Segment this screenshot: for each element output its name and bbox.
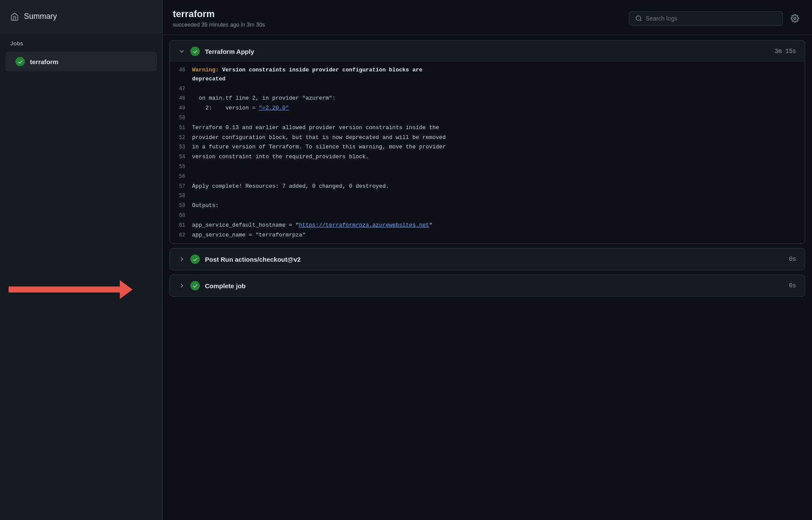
chevron-right-icon	[178, 282, 185, 289]
line-number: 50	[175, 114, 192, 122]
log-line: 53 in a future version of Terraform. To …	[170, 142, 805, 152]
log-section-post-run: Post Run actions/checkout@v2 0s	[169, 248, 805, 270]
log-line: 61 app_service_default_hostname = "https…	[170, 221, 805, 230]
line-number: 48	[175, 94, 192, 103]
arrow-head	[120, 280, 133, 299]
line-number: 49	[175, 104, 192, 112]
sidebar: Summary Jobs terraform	[0, 0, 163, 520]
log-line: 56	[170, 172, 805, 182]
chevron-down-icon	[178, 48, 185, 55]
chevron-right-icon	[178, 256, 185, 263]
job-success-icon	[15, 57, 25, 66]
line-content: in a future version of Terraform. To sil…	[192, 143, 800, 152]
section-success-icon-post-run	[190, 254, 200, 264]
section-success-icon	[190, 47, 200, 56]
search-icon	[635, 15, 642, 22]
line-number: 60	[175, 211, 192, 220]
svg-point-0	[636, 16, 641, 21]
log-section-complete-job: Complete job 0s	[169, 275, 805, 297]
log-content: Terraform Apply 3m 15s 46 Warning: Versi…	[163, 35, 812, 520]
line-number: 47	[175, 85, 192, 93]
line-content: Warning: Version constraints inside prov…	[192, 66, 800, 84]
log-line: 48 on main.tf line 2, in provider "azure…	[170, 94, 805, 103]
log-section-header-complete-job[interactable]: Complete job 0s	[170, 275, 805, 296]
section-title-complete-job: Complete job	[205, 282, 784, 290]
line-content: Terraform 0.13 and earlier allowed provi…	[192, 124, 800, 133]
line-content: Apply complete! Resources: 7 added, 0 ch…	[192, 182, 800, 191]
log-line: 47	[170, 84, 805, 94]
job-item-label: terraform	[30, 58, 59, 65]
log-line: 60	[170, 211, 805, 221]
line-number: 62	[175, 231, 192, 239]
log-line: 46 Warning: Version constraints inside p…	[170, 65, 805, 84]
section-title-terraform-apply: Terraform Apply	[205, 48, 770, 55]
line-number: 46	[175, 66, 192, 74]
log-line: 57 Apply complete! Resources: 7 added, 0…	[170, 182, 805, 192]
sidebar-item-terraform[interactable]: terraform	[5, 52, 157, 71]
log-section-header-terraform-apply[interactable]: Terraform Apply 3m 15s	[170, 41, 805, 62]
line-content: on main.tf line 2, in provider "azurerm"…	[192, 94, 800, 103]
log-line: 55	[170, 162, 805, 172]
search-input[interactable]	[646, 15, 776, 22]
line-content: Outputs:	[192, 201, 800, 210]
home-icon	[10, 12, 19, 21]
settings-button[interactable]	[788, 12, 802, 25]
line-content: version constraint into the required_pro…	[192, 153, 800, 162]
main-header: terraform succeeded 35 minutes ago in 3m…	[163, 0, 812, 35]
line-content	[192, 162, 800, 171]
line-content	[192, 85, 800, 94]
log-line: 52 provider configuration block, but tha…	[170, 133, 805, 143]
log-line: 49 2: version = "=2.20.0"	[170, 103, 805, 113]
main-content: terraform succeeded 35 minutes ago in 3m…	[163, 0, 812, 520]
line-number: 57	[175, 182, 192, 191]
log-line: 50	[170, 113, 805, 123]
search-box[interactable]	[629, 11, 783, 26]
line-number: 54	[175, 153, 192, 161]
log-section-terraform-apply: Terraform Apply 3m 15s 46 Warning: Versi…	[169, 40, 805, 244]
section-duration-post-run: 0s	[789, 256, 796, 263]
log-section-header-post-run[interactable]: Post Run actions/checkout@v2 0s	[170, 248, 805, 270]
line-number: 58	[175, 192, 192, 200]
arrow-body	[9, 287, 120, 292]
svg-line-1	[640, 20, 641, 21]
log-line: 54 version constraint into the required_…	[170, 152, 805, 162]
red-arrow-indicator	[9, 280, 133, 299]
line-number: 53	[175, 143, 192, 151]
section-title-post-run: Post Run actions/checkout@v2	[205, 256, 784, 263]
line-number: 61	[175, 221, 192, 230]
log-body-terraform-apply: 46 Warning: Version constraints inside p…	[170, 62, 805, 243]
line-number: 56	[175, 172, 192, 181]
header-title-block: terraform succeeded 35 minutes ago in 3m…	[173, 9, 265, 28]
log-line: 59 Outputs:	[170, 201, 805, 211]
line-content	[192, 192, 800, 201]
line-content: app_service_default_hostname = "https://…	[192, 221, 800, 230]
section-duration-terraform-apply: 3m 15s	[775, 48, 796, 55]
line-number: 59	[175, 201, 192, 210]
line-content: 2: version = "=2.20.0"	[192, 104, 800, 113]
header-controls	[629, 11, 802, 26]
header-title: terraform	[173, 9, 265, 20]
line-number: 51	[175, 124, 192, 132]
sidebar-summary-item[interactable]: Summary	[0, 0, 162, 33]
jobs-section-label: Jobs	[0, 33, 162, 50]
line-number: 55	[175, 162, 192, 171]
line-content	[192, 172, 800, 181]
line-content	[192, 114, 800, 123]
log-line: 51 Terraform 0.13 and earlier allowed pr…	[170, 123, 805, 133]
section-duration-complete-job: 0s	[789, 282, 796, 289]
line-number: 52	[175, 133, 192, 142]
line-content: provider configuration block, but that i…	[192, 133, 800, 142]
summary-label: Summary	[24, 12, 57, 21]
log-line: 62 app_service_name = "terraformrpza"	[170, 230, 805, 240]
line-content	[192, 211, 800, 220]
svg-point-2	[794, 17, 796, 19]
gear-icon	[791, 14, 799, 23]
section-success-icon-complete-job	[190, 281, 200, 290]
header-subtitle: succeeded 35 minutes ago in 3m 30s	[173, 21, 265, 28]
line-content: app_service_name = "terraformrpza"	[192, 231, 800, 240]
log-line: 58	[170, 191, 805, 201]
